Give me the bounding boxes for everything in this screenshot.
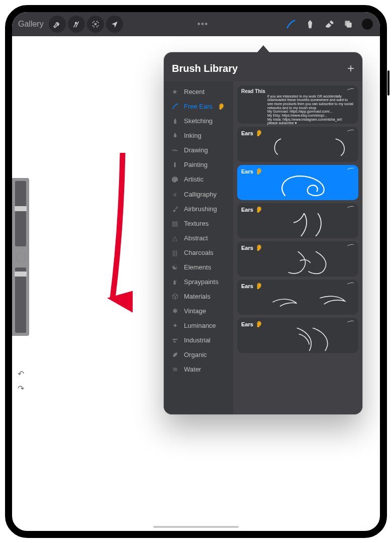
category-artistic[interactable]: Artistic — [164, 172, 233, 187]
category-abstract[interactable]: △ Abstract — [164, 231, 233, 245]
brush-card-ears-3[interactable]: Ears 👂 — [237, 203, 358, 238]
popup-arrow — [257, 45, 269, 52]
category-drawing[interactable]: Drawing — [164, 143, 233, 157]
category-label: Vintage — [184, 307, 206, 315]
category-sketching[interactable]: Sketching — [164, 114, 233, 128]
svg-rect-11 — [174, 281, 176, 285]
device-frame: Gallery ••• — [5, 5, 387, 538]
eraser-tool-button[interactable] — [321, 16, 338, 33]
brush-name: Ears — [241, 321, 253, 327]
svg-point-9 — [177, 208, 178, 208]
brush-card-readthis[interactable]: Read This if you are interested in my wo… — [237, 85, 358, 124]
smudge-tool-button[interactable] — [302, 16, 319, 33]
brush-name: Ears — [241, 130, 253, 136]
category-materials[interactable]: Materials — [164, 289, 233, 304]
category-spraypaints[interactable]: Spraypaints — [164, 275, 233, 289]
airbrush-icon — [171, 206, 179, 212]
svg-point-0 — [75, 22, 77, 24]
brush-name: Ears — [241, 245, 253, 251]
ear-icon: 👂 — [255, 321, 263, 328]
wrench-button[interactable] — [49, 16, 66, 33]
adjustments-button[interactable] — [68, 16, 85, 33]
brush-card-ears-2[interactable]: Ears 👂 — [237, 165, 358, 200]
brush-list[interactable]: Read This if you are interested in my wo… — [233, 81, 362, 414]
category-free-ears[interactable]: Free Ears 👂 — [164, 99, 233, 114]
color-button[interactable] — [359, 16, 376, 33]
category-airbrushing[interactable]: Airbrushing — [164, 202, 233, 216]
modify-button[interactable] — [16, 252, 25, 261]
category-label: Sketching — [184, 117, 213, 125]
brush-card-ears-5[interactable]: Ears 👂 — [237, 280, 358, 315]
popup-title: Brush Library — [172, 63, 238, 74]
category-calligraphy[interactable]: a Calligraphy — [164, 187, 233, 202]
svg-point-3 — [362, 19, 373, 30]
category-label: Drawing — [184, 146, 208, 154]
category-label: Spraypaints — [184, 278, 219, 286]
brush-card-ears-6[interactable]: Ears 👂 — [237, 318, 358, 353]
category-industrial[interactable]: Industrial — [164, 333, 233, 347]
paintbrush-icon — [171, 161, 179, 168]
category-elements[interactable]: ☯ Elements — [164, 260, 233, 275]
category-vintage[interactable]: ✱ Vintage — [164, 304, 233, 318]
water-icon: ≋ — [171, 366, 179, 373]
undo-button[interactable]: ↶ — [18, 369, 24, 379]
gallery-button[interactable]: Gallery — [18, 20, 44, 29]
svg-point-10 — [176, 206, 177, 207]
category-label: Free Ears — [184, 103, 213, 110]
category-charcoals[interactable]: ||| Charcoals — [164, 245, 233, 260]
redo-button[interactable]: ↷ — [18, 384, 24, 393]
ear-icon: 👂 — [255, 168, 263, 175]
brush-name: Ears — [241, 168, 253, 174]
home-indicator[interactable] — [153, 526, 239, 528]
charcoal-icon: ||| — [171, 249, 179, 256]
category-inking[interactable]: Inking — [164, 128, 233, 143]
device-side-button — [387, 70, 389, 96]
brush-icon — [171, 103, 179, 110]
popup-header: Brush Library + — [164, 52, 362, 81]
squiggle-icon — [171, 147, 179, 154]
ear-icon: 👂 — [255, 130, 263, 137]
add-brush-button[interactable]: + — [347, 61, 354, 75]
category-label: Painting — [184, 161, 208, 168]
brush-description: if you are interested in my work OR acci… — [267, 95, 354, 126]
svg-point-5 — [173, 177, 174, 178]
category-label: Airbrushing — [184, 205, 217, 213]
category-textures[interactable]: ▨ Textures — [164, 216, 233, 231]
category-label: Water — [184, 366, 201, 373]
category-water[interactable]: ≋ Water — [164, 362, 233, 377]
svg-point-15 — [177, 279, 177, 280]
svg-rect-12 — [174, 280, 175, 281]
category-label: Organic — [184, 351, 207, 358]
selection-button[interactable] — [87, 16, 104, 33]
category-organic[interactable]: Organic — [164, 347, 233, 362]
sparkle-icon: ✦ — [171, 322, 179, 329]
category-label: Inking — [184, 132, 202, 139]
category-painting[interactable]: Painting — [164, 157, 233, 172]
brush-size-slider[interactable] — [15, 181, 26, 246]
category-label: Industrial — [184, 336, 211, 344]
svg-rect-2 — [347, 23, 352, 28]
brush-name: Ears — [241, 283, 253, 289]
brush-preview — [267, 175, 351, 198]
category-luminance[interactable]: ✦ Luminance — [164, 318, 233, 333]
brush-opacity-slider[interactable] — [15, 267, 26, 333]
overflow-menu[interactable]: ••• — [194, 16, 211, 33]
ear-icon: 👂 — [255, 283, 263, 290]
category-recent[interactable]: ★ Recent — [164, 84, 233, 99]
svg-point-14 — [177, 281, 177, 281]
brush-preview — [267, 213, 351, 236]
layers-button[interactable] — [340, 16, 357, 33]
brush-card-ears-1[interactable]: Ears 👂 — [237, 127, 358, 162]
anvil-icon — [171, 337, 179, 343]
ear-icon: 👂 — [255, 244, 263, 251]
category-label: Luminance — [184, 322, 216, 329]
brush-card-ears-4[interactable]: Ears 👂 — [237, 241, 358, 277]
pencil-icon — [171, 118, 179, 124]
brush-category-list[interactable]: ★ Recent Free Ears 👂 Sketching — [164, 81, 233, 414]
transform-button[interactable] — [106, 16, 123, 33]
triangle-icon: △ — [171, 234, 179, 242]
brush-tool-button[interactable] — [282, 16, 300, 33]
calligraphy-icon: a — [171, 190, 179, 198]
brush-name: Ears — [241, 207, 253, 213]
brush-preview — [267, 290, 351, 313]
